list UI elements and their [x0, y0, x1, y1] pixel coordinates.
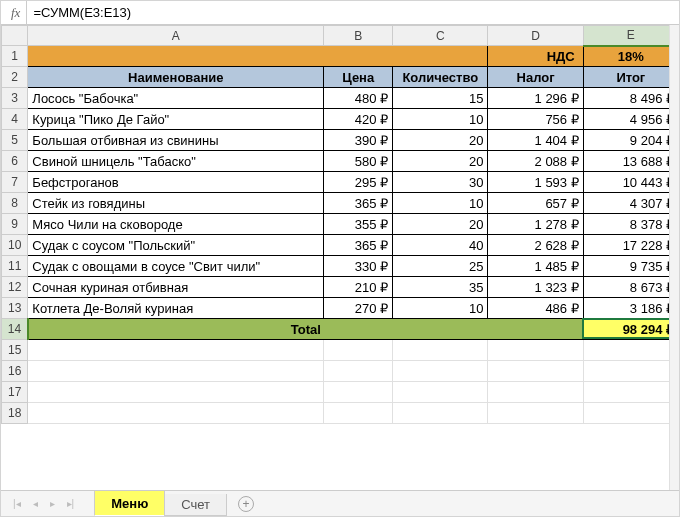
- cell-qty[interactable]: 20: [393, 151, 488, 172]
- nds-rate[interactable]: 18%: [583, 46, 678, 67]
- cell-total[interactable]: 8 378 ₽: [583, 214, 678, 235]
- cell-price[interactable]: 580 ₽: [324, 151, 393, 172]
- row-header-5[interactable]: 5: [2, 130, 28, 151]
- cell-qty[interactable]: 20: [393, 130, 488, 151]
- cell[interactable]: [393, 403, 488, 424]
- col-header-E[interactable]: E: [583, 26, 678, 46]
- cell[interactable]: [393, 340, 488, 361]
- cell-total[interactable]: 4 307 ₽: [583, 193, 678, 214]
- cell-qty[interactable]: 10: [393, 109, 488, 130]
- header-total[interactable]: Итог: [583, 67, 678, 88]
- cell-qty[interactable]: 25: [393, 256, 488, 277]
- cell[interactable]: [488, 340, 583, 361]
- cell[interactable]: [488, 403, 583, 424]
- cell-tax[interactable]: 1 593 ₽: [488, 172, 583, 193]
- cell[interactable]: [393, 382, 488, 403]
- cell[interactable]: [583, 361, 678, 382]
- cell[interactable]: [488, 361, 583, 382]
- row-header-10[interactable]: 10: [2, 235, 28, 256]
- row-header-11[interactable]: 11: [2, 256, 28, 277]
- header-price[interactable]: Цена: [324, 67, 393, 88]
- cell-qty[interactable]: 35: [393, 277, 488, 298]
- total-label[interactable]: Total: [28, 319, 583, 340]
- cell[interactable]: [488, 382, 583, 403]
- cell-total[interactable]: 4 956 ₽: [583, 109, 678, 130]
- cell-tax[interactable]: 2 628 ₽: [488, 235, 583, 256]
- cell[interactable]: [28, 340, 324, 361]
- cell-price[interactable]: 330 ₽: [324, 256, 393, 277]
- cell-tax[interactable]: 756 ₽: [488, 109, 583, 130]
- select-all-corner[interactable]: [2, 26, 28, 46]
- cell-tax[interactable]: 1 404 ₽: [488, 130, 583, 151]
- cell-name[interactable]: Стейк из говядины: [28, 193, 324, 214]
- cell-tax[interactable]: 1 323 ₽: [488, 277, 583, 298]
- row-header-15[interactable]: 15: [2, 340, 28, 361]
- col-header-D[interactable]: D: [488, 26, 583, 46]
- cell[interactable]: [28, 361, 324, 382]
- cell-total[interactable]: 10 443 ₽: [583, 172, 678, 193]
- cell-total[interactable]: 17 228 ₽: [583, 235, 678, 256]
- cell-name[interactable]: Лосось "Бабочка": [28, 88, 324, 109]
- cell[interactable]: [583, 340, 678, 361]
- cell[interactable]: [324, 382, 393, 403]
- cell-name[interactable]: Мясо Чили на сковороде: [28, 214, 324, 235]
- cell-price[interactable]: 355 ₽: [324, 214, 393, 235]
- cell-price[interactable]: 365 ₽: [324, 193, 393, 214]
- fx-icon[interactable]: fx: [5, 1, 27, 24]
- total-value[interactable]: 98 294 ₽: [583, 319, 678, 340]
- vertical-scrollbar[interactable]: [669, 25, 679, 490]
- cell[interactable]: [28, 382, 324, 403]
- nav-first-icon[interactable]: |◂: [7, 498, 27, 509]
- row-header-1[interactable]: 1: [2, 46, 28, 67]
- cell-name[interactable]: Сочная куриная отбивная: [28, 277, 324, 298]
- formula-input[interactable]: [27, 1, 679, 24]
- cell-qty[interactable]: 30: [393, 172, 488, 193]
- cell-total[interactable]: 8 673 ₽: [583, 277, 678, 298]
- cell-price[interactable]: 480 ₽: [324, 88, 393, 109]
- row-header-12[interactable]: 12: [2, 277, 28, 298]
- cell-total[interactable]: 8 496 ₽: [583, 88, 678, 109]
- cell[interactable]: [583, 382, 678, 403]
- cell-total[interactable]: 9 204 ₽: [583, 130, 678, 151]
- nav-next-icon[interactable]: ▸: [44, 498, 61, 509]
- header-qty[interactable]: Количество: [393, 67, 488, 88]
- cell[interactable]: [324, 340, 393, 361]
- col-header-A[interactable]: A: [28, 26, 324, 46]
- nav-prev-icon[interactable]: ◂: [27, 498, 44, 509]
- cell-total[interactable]: 9 735 ₽: [583, 256, 678, 277]
- cell-tax[interactable]: 1 296 ₽: [488, 88, 583, 109]
- row-header-8[interactable]: 8: [2, 193, 28, 214]
- tab-schet[interactable]: Счет: [164, 494, 227, 516]
- cell-tax[interactable]: 1 278 ₽: [488, 214, 583, 235]
- cell-name[interactable]: Судак с соусом "Польский": [28, 235, 324, 256]
- row-header-18[interactable]: 18: [2, 403, 28, 424]
- cell-name[interactable]: Курица "Пико Де Гайо": [28, 109, 324, 130]
- col-header-C[interactable]: C: [393, 26, 488, 46]
- cell[interactable]: [583, 403, 678, 424]
- row-header-9[interactable]: 9: [2, 214, 28, 235]
- header-tax[interactable]: Налог: [488, 67, 583, 88]
- cell-tax[interactable]: 657 ₽: [488, 193, 583, 214]
- row-header-17[interactable]: 17: [2, 382, 28, 403]
- cell[interactable]: [324, 403, 393, 424]
- cell[interactable]: [393, 361, 488, 382]
- add-sheet-icon[interactable]: +: [238, 496, 254, 512]
- cell-price[interactable]: 295 ₽: [324, 172, 393, 193]
- nds-label[interactable]: НДС: [488, 46, 583, 67]
- nav-last-icon[interactable]: ▸|: [61, 498, 81, 509]
- row-header-6[interactable]: 6: [2, 151, 28, 172]
- cell-price[interactable]: 390 ₽: [324, 130, 393, 151]
- cell-tax[interactable]: 1 485 ₽: [488, 256, 583, 277]
- cell-price[interactable]: 365 ₽: [324, 235, 393, 256]
- cell-price[interactable]: 210 ₽: [324, 277, 393, 298]
- cell-tax[interactable]: 486 ₽: [488, 298, 583, 319]
- tab-menu[interactable]: Меню: [94, 491, 165, 516]
- row-header-3[interactable]: 3: [2, 88, 28, 109]
- cell[interactable]: [324, 361, 393, 382]
- row-header-4[interactable]: 4: [2, 109, 28, 130]
- cell-name[interactable]: Котлета Де-Воляй куриная: [28, 298, 324, 319]
- row-header-14[interactable]: 14: [2, 319, 28, 340]
- header-name[interactable]: Наименование: [28, 67, 324, 88]
- row-header-7[interactable]: 7: [2, 172, 28, 193]
- cell-total[interactable]: 3 186 ₽: [583, 298, 678, 319]
